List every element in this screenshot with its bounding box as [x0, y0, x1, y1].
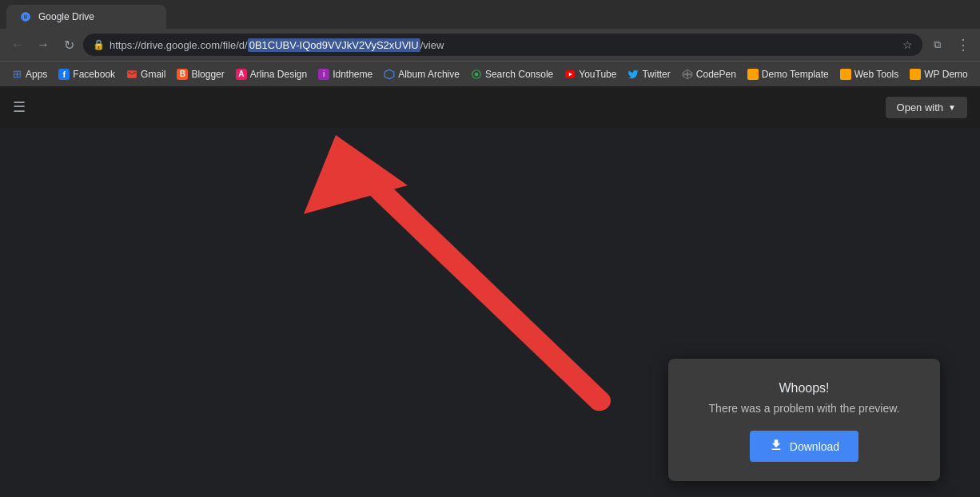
bookmark-web-tools[interactable]: Web Tools [835, 67, 904, 82]
error-title: Whoops! [687, 381, 921, 396]
bookmark-facebook-label: Facebook [73, 69, 115, 80]
tab-favicon [19, 10, 32, 23]
bookmark-blogger[interactable]: B Blogger [172, 67, 229, 82]
download-icon [769, 438, 783, 455]
address-suffix: /view [420, 39, 444, 51]
bookmark-facebook[interactable]: f Facebook [54, 67, 120, 82]
bookmark-wp-demo-label: WP Demo [924, 69, 967, 80]
bookmark-apps-label: Apps [26, 69, 47, 80]
download-label: Download [790, 440, 839, 453]
twitter-icon [627, 69, 639, 80]
demo-template-icon [747, 69, 759, 80]
bookmark-arlina-label: Arlina Design [250, 69, 307, 80]
main-content: ☰ Open with ▼ Whoops! There was a proble… [0, 86, 980, 497]
bookmark-album-archive-label: Album Archive [398, 69, 460, 80]
address-prefix: https://drive.google.com/file/d/ [110, 39, 248, 51]
bookmark-twitter[interactable]: Twitter [623, 67, 675, 82]
gmail-icon [126, 69, 137, 80]
bookmark-youtube-label: YouTube [579, 69, 616, 80]
open-with-container: Open with ▼ [886, 97, 967, 118]
bookmark-gmail-label: Gmail [141, 69, 165, 80]
svg-marker-13 [304, 135, 408, 214]
download-button[interactable]: Download [750, 431, 858, 462]
bookmark-wp-demo[interactable]: WP Demo [905, 67, 972, 82]
bookmark-web-tools-label: Web Tools [855, 69, 899, 80]
bookmark-idntheme[interactable]: i Idntheme [313, 67, 377, 82]
codepen-icon [682, 69, 693, 80]
bookmark-arlina-design[interactable]: A Arlina Design [231, 67, 312, 82]
extensions-button[interactable]: ⧉ [926, 34, 948, 56]
back-button[interactable]: ← [6, 34, 29, 56]
active-tab[interactable]: Google Drive [6, 5, 166, 29]
apps-icon: ⊞ [11, 69, 22, 80]
search-console-icon [471, 69, 482, 80]
bookmark-twitter-label: Twitter [642, 69, 670, 80]
bookmark-blogger-label: Blogger [191, 69, 224, 80]
error-subtitle: There was a problem with the preview. [687, 402, 921, 415]
bookmark-demo-template[interactable]: Demo Template [743, 67, 834, 82]
error-dialog: Whoops! There was a problem with the pre… [668, 359, 940, 481]
facebook-icon: f [58, 69, 70, 80]
open-with-button[interactable]: Open with ▼ [886, 97, 967, 118]
bookmark-codepen[interactable]: CodePen [677, 67, 741, 82]
bookmark-album-archive[interactable]: Album Archive [379, 67, 464, 82]
bookmark-gmail[interactable]: Gmail [122, 67, 170, 82]
bookmark-search-console-label: Search Console [485, 69, 553, 80]
svg-marker-0 [384, 70, 394, 79]
address-bar[interactable]: 🔒 https://drive.google.com/file/d/0B1CUB… [83, 34, 922, 56]
wp-demo-icon [910, 69, 921, 80]
browser-chrome: Google Drive ← → ↻ 🔒 https://drive.googl… [0, 0, 980, 86]
idntheme-icon: i [318, 69, 329, 80]
tab-title: Google Drive [38, 11, 94, 22]
bookmark-star-icon[interactable]: ☆ [902, 38, 913, 51]
lock-icon: 🔒 [93, 39, 105, 50]
youtube-icon [564, 69, 576, 80]
bookmark-codepen-label: CodePen [696, 69, 736, 80]
bookmark-apps[interactable]: ⊞ Apps [6, 67, 52, 82]
address-text: https://drive.google.com/file/d/0B1CUBV-… [110, 39, 898, 51]
forward-button[interactable]: → [32, 34, 54, 56]
web-tools-icon [840, 69, 851, 80]
bookmark-idntheme-label: Idntheme [333, 69, 372, 80]
drive-toolbar: ☰ Open with ▼ [0, 86, 980, 128]
bookmark-demo-template-label: Demo Template [762, 69, 829, 80]
open-with-label: Open with [897, 101, 944, 113]
drive-menu-icon[interactable]: ☰ [13, 98, 26, 116]
open-with-chevron-icon: ▼ [948, 103, 956, 112]
reload-button[interactable]: ↻ [58, 34, 80, 56]
bookmark-search-console[interactable]: Search Console [466, 67, 558, 82]
svg-point-2 [475, 72, 479, 76]
menu-button[interactable]: ⋮ [951, 34, 974, 56]
arlina-icon: A [236, 69, 247, 80]
bookmarks-bar: ⊞ Apps f Facebook Gmail B Blogger A Arli… [0, 61, 980, 86]
tab-bar: Google Drive [0, 0, 980, 29]
svg-line-12 [360, 171, 600, 401]
blogger-icon: B [177, 69, 188, 80]
address-selected: 0B1CUBV-IQod9VVJkV2VyS2xUVlU [248, 38, 420, 52]
album-archive-icon [384, 69, 395, 80]
nav-bar: ← → ↻ 🔒 https://drive.google.com/file/d/… [0, 29, 980, 61]
drive-logo: ☰ [13, 98, 26, 116]
bookmark-youtube[interactable]: YouTube [560, 67, 621, 82]
